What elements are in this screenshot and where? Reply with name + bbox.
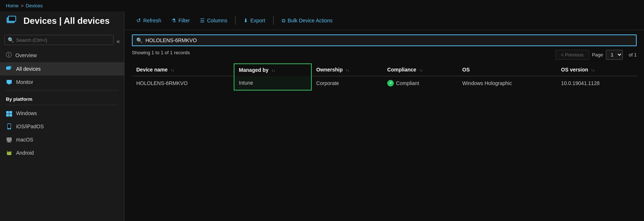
data-table: Device name ↑↓ Managed by ↑↓ Ownership ↑…	[132, 63, 637, 91]
all-devices-icon	[6, 66, 12, 72]
sidebar-item-ios[interactable]: iOS/iPadOS	[0, 120, 124, 133]
table-search-bar[interactable]: 🔍	[132, 34, 637, 46]
svg-rect-7	[6, 111, 9, 114]
columns-icon: ☰	[200, 18, 205, 23]
page-label: Page	[592, 52, 603, 58]
sidebar-item-windows[interactable]: Windows	[0, 107, 124, 120]
previous-label: < Previous	[561, 52, 584, 58]
sidebar-item-label: Overview	[15, 52, 37, 58]
by-platform-header: By platform	[0, 92, 124, 103]
cell-os: Windows Holographic	[458, 76, 557, 90]
breadcrumb-current[interactable]: Devices	[26, 3, 42, 8]
sidebar-item-monitor[interactable]: Monitor	[0, 75, 124, 89]
columns-label: Columns	[207, 18, 227, 23]
page-title: Devices | All devices	[23, 16, 110, 26]
sidebar-search-input[interactable]	[16, 37, 110, 43]
sidebar-item-overview[interactable]: ⓘ Overview	[0, 48, 124, 62]
overview-icon: ⓘ	[6, 51, 12, 59]
svg-line-20	[7, 151, 8, 152]
sidebar-item-label: Android	[16, 150, 34, 156]
svg-point-19	[10, 153, 11, 154]
compliance-label: Compliant	[396, 80, 419, 86]
breadcrumb-home[interactable]: Home	[6, 3, 19, 8]
refresh-button[interactable]: ↺ Refresh	[132, 15, 166, 26]
search-icon: 🔍	[8, 37, 14, 43]
svg-rect-12	[8, 124, 11, 128]
main-content: ↺ Refresh ⚗ Filter ☰ Columns ⬇ Export ⧉ …	[125, 11, 644, 221]
sidebar-search-box[interactable]: 🔍	[4, 35, 114, 45]
record-count: Showing 1 to 1 of 1 records	[132, 50, 190, 55]
col-header-managed-by[interactable]: Managed by ↑↓	[234, 64, 311, 76]
col-header-label: Device name	[136, 67, 168, 73]
svg-rect-14	[7, 137, 12, 141]
sidebar-collapse-button[interactable]: «	[114, 37, 123, 46]
svg-point-13	[9, 128, 10, 129]
col-header-os[interactable]: OS	[458, 64, 557, 76]
sort-icon[interactable]: ↑↓	[591, 68, 595, 72]
breadcrumb-separator: >	[21, 3, 24, 8]
previous-button[interactable]: < Previous	[555, 50, 589, 60]
filter-button[interactable]: ⚗ Filter	[167, 15, 194, 26]
sidebar-item-label: Monitor	[16, 79, 33, 85]
refresh-label: Refresh	[143, 18, 161, 23]
page-select[interactable]: 1	[606, 50, 623, 60]
columns-button[interactable]: ☰ Columns	[196, 15, 232, 26]
svg-rect-8	[10, 111, 12, 114]
android-icon	[6, 150, 12, 156]
sidebar: Devices | All devices 🔍 « ⓘ Overview All…	[0, 11, 125, 221]
export-icon: ⬇	[244, 18, 248, 23]
monitor-icon	[6, 79, 12, 85]
compliance-check-icon: ✓	[387, 80, 394, 86]
bulk-actions-button[interactable]: ⧉ Bulk Device Actions	[277, 15, 337, 26]
svg-rect-10	[10, 114, 12, 117]
col-header-label: Managed by	[239, 67, 269, 73]
section-divider-2	[6, 105, 118, 105]
sidebar-item-all-devices[interactable]: All devices	[0, 62, 124, 75]
refresh-icon: ↺	[136, 17, 141, 24]
col-header-os-version[interactable]: OS version ↑↓	[557, 64, 637, 76]
table-area: 🔍 Showing 1 to 1 of 1 records < Previous…	[125, 30, 644, 221]
page-header: Devices | All devices	[0, 11, 124, 33]
filter-icon: ⚗	[171, 18, 176, 23]
sidebar-item-android[interactable]: Android	[0, 146, 124, 159]
table-search-input[interactable]	[145, 37, 632, 43]
toolbar-divider-2	[273, 16, 274, 25]
sort-icon[interactable]: ↑↓	[419, 68, 423, 72]
table-header-row: Device name ↑↓ Managed by ↑↓ Ownership ↑…	[132, 64, 637, 76]
toolbar-divider-1	[235, 16, 236, 25]
sidebar-item-label: macOS	[16, 137, 33, 143]
breadcrumb: Home > Devices	[0, 0, 644, 11]
bulk-actions-label: Bulk Device Actions	[288, 18, 333, 23]
sidebar-item-label: Windows	[16, 110, 37, 116]
export-button[interactable]: ⬇ Export	[239, 15, 269, 26]
svg-rect-2	[9, 16, 15, 21]
col-header-label: Compliance	[387, 67, 416, 73]
svg-rect-15	[8, 141, 11, 142]
sort-icon[interactable]: ↑↓	[171, 68, 174, 72]
col-header-compliance[interactable]: Compliance ↑↓	[383, 64, 458, 76]
sort-icon[interactable]: ↑↓	[271, 69, 275, 73]
svg-line-21	[11, 151, 11, 152]
cell-managed-by: Intune	[234, 76, 311, 90]
bulk-actions-icon: ⧉	[282, 18, 285, 24]
col-header-device-name[interactable]: Device name ↑↓	[132, 64, 234, 76]
table-search-icon: 🔍	[136, 37, 143, 43]
sidebar-item-label: iOS/iPadOS	[16, 124, 44, 129]
col-header-label: OS version	[561, 67, 588, 73]
toolbar: ↺ Refresh ⚗ Filter ☰ Columns ⬇ Export ⧉ …	[125, 11, 644, 30]
svg-rect-5	[7, 80, 12, 84]
sidebar-search-row: 🔍 «	[0, 33, 124, 48]
cell-ownership: Corporate	[311, 76, 383, 90]
col-header-ownership[interactable]: Ownership ↑↓	[311, 64, 383, 76]
sidebar-nav: ⓘ Overview All devices Monitor By platfo…	[0, 48, 124, 159]
svg-rect-6	[8, 84, 10, 84]
col-header-label: Ownership	[316, 67, 343, 73]
windows-icon	[6, 110, 12, 117]
sidebar-item-label: All devices	[16, 66, 41, 72]
devices-icon	[6, 14, 19, 27]
svg-rect-4	[7, 66, 11, 69]
sort-icon[interactable]: ↑↓	[345, 68, 349, 72]
cell-device-name: HOLOLENS-6RMKVO	[132, 76, 234, 90]
sidebar-item-macos[interactable]: macOS	[0, 133, 124, 146]
table-row[interactable]: HOLOLENS-6RMKVO Intune Corporate ✓ Compl…	[132, 76, 637, 90]
